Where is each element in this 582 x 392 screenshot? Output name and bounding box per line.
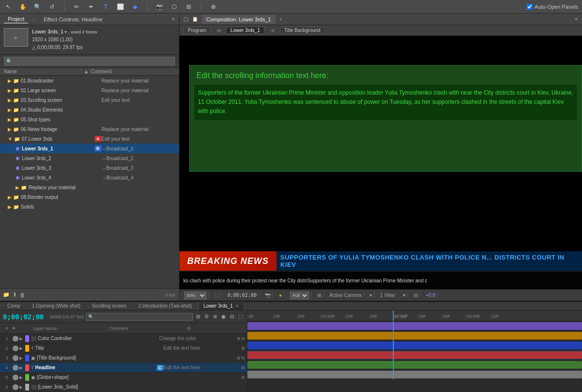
timeline-search[interactable]: [86, 313, 193, 321]
tab-close-icon[interactable]: ✕: [235, 304, 239, 309]
list-item[interactable]: ▶ 📁 01.Broadcaster Replace your material: [0, 76, 179, 85]
view-label: 1 View: [378, 293, 397, 298]
layer-expand-icon[interactable]: ▶: [19, 346, 25, 351]
tab-scrolling[interactable]: Scrolling screen: [87, 302, 132, 310]
pen-tool-icon[interactable]: ✒: [87, 2, 96, 11]
layer-name: Color Controller: [38, 336, 159, 341]
fit-icon[interactable]: ⬚: [213, 293, 222, 298]
rotate-tool-icon[interactable]: ↺: [48, 2, 56, 11]
project-tab[interactable]: Project: [4, 15, 28, 23]
tab-introduction[interactable]: 2.Introduction (Two-shot): [133, 302, 197, 310]
layer-row[interactable]: 5 ▶ ▣ [Globe+shape] ⚙: [0, 373, 247, 382]
layer-visibility-icon[interactable]: [13, 365, 18, 371]
null-tool-icon[interactable]: ⬡: [170, 2, 178, 11]
puppet-tool-icon[interactable]: ◆: [130, 2, 139, 11]
brush-tool-icon[interactable]: ✏: [72, 2, 81, 11]
resolution-icon: ⊞: [315, 293, 323, 298]
tab-lower3rds[interactable]: Lower 3rds_1 ✕: [198, 302, 244, 310]
layer-fx-icon[interactable]: ⚙: [241, 375, 245, 380]
quality-select[interactable]: FullHalf: [290, 292, 309, 299]
layer-action-icons: ⚙ fx: [237, 336, 245, 341]
playhead-indicator[interactable]: [393, 310, 394, 321]
camera-icon[interactable]: 📷: [263, 293, 273, 298]
title-background-tab[interactable]: Title Background: [280, 27, 325, 34]
list-item[interactable]: ▶ 📁 Solids: [0, 202, 179, 212]
layer-fx-icon[interactable]: ⚙: [237, 336, 241, 341]
new-folder-icon[interactable]: 📁: [3, 292, 10, 298]
list-item[interactable]: ▶ 📁 04.Studio Elements: [0, 105, 179, 114]
layer-type-icon: ⬛: [31, 385, 36, 390]
layer-type-icon: ⬛: [31, 336, 36, 341]
hand-tool-icon[interactable]: ✋: [18, 2, 27, 11]
layer-expand-icon[interactable]: ▶: [19, 385, 25, 390]
layer-visibility-icon[interactable]: [13, 345, 18, 351]
layer-expand-icon[interactable]: ▶: [19, 365, 25, 370]
layer-fx2-icon[interactable]: fx: [242, 356, 245, 360]
composition-viewer: Edit the scrolling information text here…: [179, 36, 582, 289]
tl-icon-3[interactable]: ⊕: [212, 313, 218, 320]
tab-opening[interactable]: 1.Opening (Wide shot): [27, 302, 86, 310]
list-item[interactable]: ▼ 📁 07.Lower 3rds A Edit your text: [0, 134, 179, 144]
list-item[interactable]: ▶ 📁 08.Render output: [0, 192, 179, 202]
tab-comp[interactable]: Comp: [2, 302, 26, 310]
layer-visibility-icon[interactable]: [13, 384, 18, 390]
layer-fx-icon[interactable]: ⚙: [241, 346, 245, 351]
layer-visibility-icon[interactable]: [13, 355, 18, 361]
layer-row[interactable]: 1 ▶ ⬛ Color Controller Change the color …: [0, 334, 247, 343]
layer-fx-icon[interactable]: ⚙: [241, 365, 245, 370]
program-tab[interactable]: Program: [183, 27, 210, 34]
layer-expand-icon[interactable]: ▶: [19, 356, 25, 360]
layer-solo-icon[interactable]: fx: [242, 336, 245, 341]
composition-tab[interactable]: Composition: Lower 3rds_1: [202, 15, 275, 24]
layer-row[interactable]: 3 ▶ ▣ [Title Background] ⚙ fx: [0, 353, 247, 363]
layer-visibility-icon[interactable]: [13, 375, 18, 380]
layer-expand-icon[interactable]: ▶: [19, 336, 25, 341]
import-icon[interactable]: ⬆: [13, 292, 17, 298]
project-used: ▾ , used 2 times: [65, 30, 97, 34]
list-item[interactable]: ▣ Lower 3rds_2 →Broadcast_2: [0, 153, 179, 163]
effect-controls-tab[interactable]: Effect Controls: Headline: [40, 16, 106, 23]
ruler-mark: 0F: [247, 314, 272, 319]
list-item[interactable]: ▶ 📁 03.Scrolling screen Edit your text: [0, 95, 179, 105]
arrow-tool-icon[interactable]: ↖: [4, 2, 13, 11]
track-row: [247, 350, 582, 360]
layer-expand-icon[interactable]: ▶: [19, 375, 25, 380]
list-item[interactable]: ▶ 📁 06.News footage Replace your materia…: [0, 124, 179, 134]
tl-icon-2[interactable]: ⚙: [203, 313, 210, 320]
type-tool-icon[interactable]: T: [101, 2, 110, 11]
layer-fx-icon[interactable]: ⚙: [237, 356, 241, 360]
list-item[interactable]: ▣ Lower 3rds_1 B →Broadcast_1: [0, 144, 179, 153]
lower-3rds-tab[interactable]: Lower 3rds_1: [226, 27, 264, 34]
list-item[interactable]: ▣ Lower 3rds_3 →Broadcast_3: [0, 163, 179, 173]
camera-select-arrow[interactable]: ▾: [368, 293, 374, 298]
folder-icon: ▶ 📁: [8, 107, 19, 113]
list-item[interactable]: ▶ 📁 02.Large screen Replace your materia…: [0, 85, 179, 95]
search-input[interactable]: [4, 57, 175, 65]
col-layer-name: Layer Name: [31, 326, 109, 331]
pan-icon[interactable]: ⊕: [209, 2, 218, 11]
tl-icon-5[interactable]: ⊟: [229, 313, 235, 320]
comp-close-btn[interactable]: ✕: [574, 16, 578, 22]
layout-icon[interactable]: ⊟: [412, 293, 420, 298]
view-select-arrow[interactable]: ▾: [401, 293, 408, 298]
panel-close-btn[interactable]: ✕: [171, 16, 175, 22]
camera-tool-icon[interactable]: 📷: [155, 2, 164, 11]
layer-visibility-icon[interactable]: [13, 336, 18, 342]
trash-icon[interactable]: 🗑: [20, 292, 25, 298]
tl-icon-4[interactable]: ◉: [220, 313, 227, 320]
project-dimensions: 1920 x 1080 (1.00): [32, 36, 97, 44]
zoom-select[interactable]: 50%100%25%: [184, 292, 207, 299]
list-item[interactable]: ▶ 📁 05.Shot types: [0, 114, 179, 124]
tl-icon-1[interactable]: ⊞: [195, 313, 201, 320]
list-item[interactable]: ▣ Lower 3rds_4 →Broadcast_4: [0, 173, 179, 182]
layer-row[interactable]: 6 ▶ ⬛ [Lower 3rds_Solid]: [0, 382, 247, 392]
list-item[interactable]: ▶ 📁 Replace your material: [0, 182, 179, 192]
select-icon[interactable]: ⊞: [184, 2, 193, 11]
item-name: Replace your material: [29, 185, 101, 190]
layer-row[interactable]: 2 ▶ T Title Edit the text here ⚙: [0, 343, 247, 353]
tl-icon-6[interactable]: ⬚: [237, 313, 244, 320]
layer-row[interactable]: 4 ▶ T Headline C Edit the text here ⚙: [0, 363, 247, 373]
auto-open-checkbox[interactable]: [527, 4, 533, 10]
zoom-tool-icon[interactable]: 🔍: [33, 2, 42, 11]
shape-tool-icon[interactable]: ⬜: [116, 2, 125, 11]
